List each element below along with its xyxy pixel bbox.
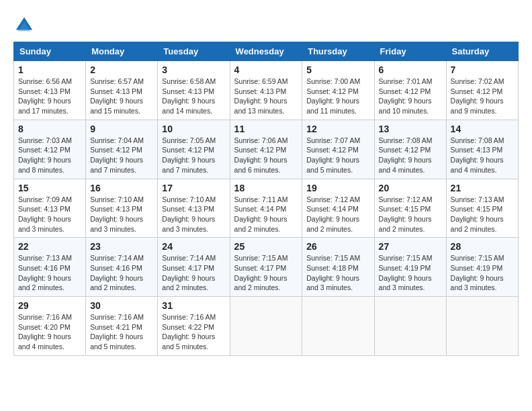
- logo: [13, 16, 34, 35]
- calendar-week-2: 15Sunrise: 7:09 AMSunset: 4:13 PMDayligh…: [14, 179, 519, 238]
- calendar-cell: 19Sunrise: 7:12 AMSunset: 4:14 PMDayligh…: [302, 179, 374, 238]
- day-number: 7: [451, 64, 514, 75]
- day-info: Sunrise: 7:13 AMSunset: 4:16 PMDaylight:…: [18, 253, 81, 293]
- day-number: 12: [306, 124, 369, 134]
- day-number: 21: [451, 183, 514, 193]
- day-number: 27: [379, 241, 442, 252]
- calendar-cell: 16Sunrise: 7:10 AMSunset: 4:13 PMDayligh…: [86, 179, 158, 238]
- day-number: 30: [90, 300, 153, 311]
- calendar-body: 1Sunrise: 6:56 AMSunset: 4:13 PMDaylight…: [14, 61, 519, 356]
- day-number: 25: [234, 241, 298, 252]
- calendar-cell: 18Sunrise: 7:11 AMSunset: 4:14 PMDayligh…: [230, 179, 302, 238]
- day-number: 5: [306, 64, 369, 75]
- day-number: 2: [90, 64, 153, 75]
- day-info: Sunrise: 7:00 AMSunset: 4:12 PMDaylight:…: [306, 77, 369, 116]
- weekday-header-tuesday: Tuesday: [158, 42, 230, 61]
- day-info: Sunrise: 6:59 AMSunset: 4:13 PMDaylight:…: [234, 77, 298, 116]
- day-number: 14: [451, 124, 514, 134]
- day-number: 26: [306, 241, 369, 252]
- calendar-week-1: 8Sunrise: 7:03 AMSunset: 4:12 PMDaylight…: [14, 120, 519, 179]
- day-number: 9: [90, 124, 153, 134]
- calendar-cell: 1Sunrise: 6:56 AMSunset: 4:13 PMDaylight…: [14, 61, 86, 120]
- calendar-cell: 14Sunrise: 7:08 AMSunset: 4:13 PMDayligh…: [446, 120, 518, 179]
- calendar-cell: 9Sunrise: 7:04 AMSunset: 4:12 PMDaylight…: [86, 120, 158, 179]
- day-info: Sunrise: 7:16 AMSunset: 4:22 PMDaylight:…: [162, 312, 225, 352]
- calendar-cell: 22Sunrise: 7:13 AMSunset: 4:16 PMDayligh…: [14, 238, 86, 297]
- day-number: 1: [18, 64, 81, 75]
- day-info: Sunrise: 7:02 AMSunset: 4:12 PMDaylight:…: [451, 77, 514, 116]
- calendar-cell: 20Sunrise: 7:12 AMSunset: 4:15 PMDayligh…: [374, 179, 446, 238]
- weekday-header-thursday: Thursday: [302, 42, 374, 61]
- day-number: 16: [90, 183, 153, 193]
- day-info: Sunrise: 7:04 AMSunset: 4:12 PMDaylight:…: [90, 136, 153, 175]
- calendar-cell: 11Sunrise: 7:06 AMSunset: 4:12 PMDayligh…: [230, 120, 302, 179]
- day-number: 18: [234, 183, 298, 193]
- calendar-cell: 5Sunrise: 7:00 AMSunset: 4:12 PMDaylight…: [302, 61, 374, 120]
- calendar-week-0: 1Sunrise: 6:56 AMSunset: 4:13 PMDaylight…: [14, 61, 519, 120]
- calendar-cell: 2Sunrise: 6:57 AMSunset: 4:13 PMDaylight…: [86, 61, 158, 120]
- header: [13, 13, 519, 35]
- day-info: Sunrise: 7:03 AMSunset: 4:12 PMDaylight:…: [18, 136, 81, 175]
- calendar-cell: 4Sunrise: 6:59 AMSunset: 4:13 PMDaylight…: [230, 61, 302, 120]
- day-info: Sunrise: 7:15 AMSunset: 4:19 PMDaylight:…: [451, 253, 514, 293]
- calendar-cell: [302, 297, 374, 356]
- calendar-cell: 21Sunrise: 7:13 AMSunset: 4:15 PMDayligh…: [446, 179, 518, 238]
- day-info: Sunrise: 7:08 AMSunset: 4:13 PMDaylight:…: [451, 136, 514, 175]
- day-number: 10: [162, 124, 225, 134]
- day-number: 4: [234, 64, 298, 75]
- calendar-week-3: 22Sunrise: 7:13 AMSunset: 4:16 PMDayligh…: [14, 238, 519, 297]
- day-info: Sunrise: 6:58 AMSunset: 4:13 PMDaylight:…: [162, 77, 225, 116]
- day-number: 6: [379, 64, 442, 75]
- day-number: 29: [18, 300, 81, 311]
- day-number: 13: [379, 124, 442, 134]
- weekday-header-saturday: Saturday: [446, 42, 518, 61]
- day-number: 28: [451, 241, 514, 252]
- weekday-header-sunday: Sunday: [14, 42, 86, 61]
- calendar-cell: 26Sunrise: 7:15 AMSunset: 4:18 PMDayligh…: [302, 238, 374, 297]
- day-info: Sunrise: 6:56 AMSunset: 4:13 PMDaylight:…: [18, 77, 81, 116]
- day-info: Sunrise: 7:01 AMSunset: 4:12 PMDaylight:…: [379, 77, 442, 116]
- calendar-header-row: SundayMondayTuesdayWednesdayThursdayFrid…: [14, 42, 519, 61]
- calendar-cell: [374, 297, 446, 356]
- day-number: 3: [162, 64, 225, 75]
- day-number: 8: [18, 124, 81, 134]
- day-info: Sunrise: 7:08 AMSunset: 4:12 PMDaylight:…: [379, 136, 442, 175]
- calendar-cell: 30Sunrise: 7:16 AMSunset: 4:21 PMDayligh…: [86, 297, 158, 356]
- day-info: Sunrise: 6:57 AMSunset: 4:13 PMDaylight:…: [90, 77, 153, 116]
- day-info: Sunrise: 7:12 AMSunset: 4:15 PMDaylight:…: [379, 195, 442, 234]
- day-number: 15: [18, 183, 81, 193]
- day-number: 19: [306, 183, 369, 193]
- day-info: Sunrise: 7:16 AMSunset: 4:20 PMDaylight:…: [18, 312, 81, 352]
- day-info: Sunrise: 7:07 AMSunset: 4:12 PMDaylight:…: [306, 136, 369, 175]
- calendar-cell: 15Sunrise: 7:09 AMSunset: 4:13 PMDayligh…: [14, 179, 86, 238]
- calendar-cell: 29Sunrise: 7:16 AMSunset: 4:20 PMDayligh…: [14, 297, 86, 356]
- calendar-table: SundayMondayTuesdayWednesdayThursdayFrid…: [13, 42, 519, 356]
- calendar-cell: [230, 297, 302, 356]
- day-info: Sunrise: 7:09 AMSunset: 4:13 PMDaylight:…: [18, 195, 81, 234]
- weekday-header-friday: Friday: [374, 42, 446, 61]
- day-number: 23: [90, 241, 153, 252]
- day-info: Sunrise: 7:11 AMSunset: 4:14 PMDaylight:…: [234, 195, 298, 234]
- day-info: Sunrise: 7:15 AMSunset: 4:17 PMDaylight:…: [234, 253, 298, 293]
- weekday-header-monday: Monday: [86, 42, 158, 61]
- calendar-cell: 17Sunrise: 7:10 AMSunset: 4:13 PMDayligh…: [158, 179, 230, 238]
- day-info: Sunrise: 7:16 AMSunset: 4:21 PMDaylight:…: [90, 312, 153, 352]
- calendar-cell: 10Sunrise: 7:05 AMSunset: 4:12 PMDayligh…: [158, 120, 230, 179]
- day-info: Sunrise: 7:15 AMSunset: 4:19 PMDaylight:…: [379, 253, 442, 293]
- calendar-cell: 13Sunrise: 7:08 AMSunset: 4:12 PMDayligh…: [374, 120, 446, 179]
- day-info: Sunrise: 7:12 AMSunset: 4:14 PMDaylight:…: [306, 195, 369, 234]
- calendar-cell: 23Sunrise: 7:14 AMSunset: 4:16 PMDayligh…: [86, 238, 158, 297]
- calendar-cell: 3Sunrise: 6:58 AMSunset: 4:13 PMDaylight…: [158, 61, 230, 120]
- day-number: 24: [162, 241, 225, 252]
- calendar-week-4: 29Sunrise: 7:16 AMSunset: 4:20 PMDayligh…: [14, 297, 519, 356]
- calendar-cell: 28Sunrise: 7:15 AMSunset: 4:19 PMDayligh…: [446, 238, 518, 297]
- day-info: Sunrise: 7:10 AMSunset: 4:13 PMDaylight:…: [90, 195, 153, 234]
- weekday-header-wednesday: Wednesday: [230, 42, 302, 61]
- calendar-cell: [446, 297, 518, 356]
- day-number: 22: [18, 241, 81, 252]
- calendar-cell: 8Sunrise: 7:03 AMSunset: 4:12 PMDaylight…: [14, 120, 86, 179]
- day-info: Sunrise: 7:05 AMSunset: 4:12 PMDaylight:…: [162, 136, 225, 175]
- day-info: Sunrise: 7:14 AMSunset: 4:17 PMDaylight:…: [162, 253, 225, 293]
- day-number: 17: [162, 183, 225, 193]
- day-info: Sunrise: 7:15 AMSunset: 4:18 PMDaylight:…: [306, 253, 369, 293]
